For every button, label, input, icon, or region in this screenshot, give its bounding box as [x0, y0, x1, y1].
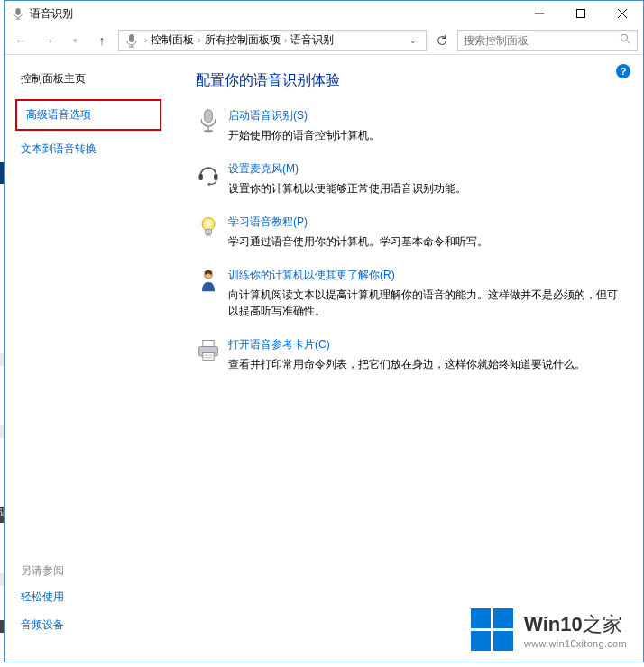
audio-devices-link[interactable]: 音频设备 — [21, 617, 64, 633]
sidebar: 控制面板主页 高级语音选项 文本到语音转换 另请参阅 轻松使用 音频设备 — [5, 55, 176, 662]
microphone-icon — [196, 108, 228, 143]
speech-tutorial-link[interactable]: 学习语音教程(P) — [228, 215, 308, 230]
highlighted-box: 高级语音选项 — [15, 99, 161, 131]
maximize-button[interactable] — [560, 1, 602, 26]
item-description: 学习通过语音使用你的计算机。学习基本命令和听写。 — [228, 233, 623, 250]
ease-of-access-link[interactable]: 轻松使用 — [21, 589, 64, 605]
svg-point-17 — [208, 183, 211, 186]
titlebar: 语音识别 — [5, 1, 643, 26]
chevron-right-icon: › — [144, 35, 147, 45]
svg-line-11 — [627, 41, 630, 43]
chevron-right-icon: › — [198, 35, 200, 45]
svg-rect-20 — [206, 233, 210, 236]
svg-point-21 — [206, 221, 212, 227]
item-description: 向计算机阅读文本以提高计算机理解你的语音的能力。这样做并不是必须的，但可以提高听… — [228, 287, 623, 319]
svg-rect-25 — [203, 353, 214, 361]
watermark-brand-suffix: 之家 — [583, 613, 622, 635]
mic-icon — [124, 33, 139, 48]
address-dropdown[interactable]: ⌄ — [404, 36, 422, 45]
train-computer-link[interactable]: 训练你的计算机以使其更了解你(R) — [228, 268, 395, 283]
svg-point-14 — [204, 130, 214, 133]
item-description: 设置你的计算机以便能够正常使用语音识别功能。 — [228, 180, 623, 196]
svg-rect-0 — [15, 8, 20, 15]
item-description: 开始使用你的语音控制计算机。 — [228, 127, 623, 143]
breadcrumb-item[interactable]: 所有控制面板项 — [205, 32, 281, 48]
window-controls — [519, 1, 643, 26]
start-speech-recognition-link[interactable]: 启动语音识别(S) — [228, 108, 308, 123]
svg-rect-19 — [206, 230, 212, 233]
person-icon — [196, 268, 228, 319]
mic-icon — [12, 7, 24, 20]
search-input[interactable] — [464, 34, 620, 47]
text-to-speech-link[interactable]: 文本到语音转换 — [21, 142, 176, 157]
svg-rect-12 — [205, 110, 213, 123]
lightbulb-icon — [196, 215, 228, 250]
advanced-speech-options-link[interactable]: 高级语音选项 — [26, 107, 151, 123]
option-item: 设置麦克风(M) 设置你的计算机以便能够正常使用语音识别功能。 — [196, 161, 623, 196]
watermark-text: Win10之家 www.win10xitong.com — [524, 611, 627, 649]
svg-rect-16 — [214, 174, 217, 180]
sidebar-bottom: 另请参阅 轻松使用 音频设备 — [21, 563, 64, 645]
see-also-heading: 另请参阅 — [21, 563, 64, 579]
item-description: 查看并打印常用命令列表，把它们放在身边，这样你就始终知道要说什么。 — [228, 356, 623, 372]
setup-microphone-link[interactable]: 设置麦克风(M) — [228, 161, 299, 177]
printer-icon — [196, 337, 228, 372]
close-button[interactable] — [602, 1, 643, 26]
page-heading: 配置你的语音识别体验 — [196, 71, 623, 90]
svg-rect-7 — [129, 34, 134, 42]
body: ? 控制面板主页 高级语音选项 文本到语音转换 另请参阅 轻松使用 音频设备 配… — [5, 55, 643, 662]
svg-rect-4 — [577, 10, 585, 18]
reference-card-link[interactable]: 打开语音参考卡片(C) — [228, 337, 330, 352]
up-button[interactable]: ↑ — [91, 30, 113, 51]
watermark: Win10之家 www.win10xitong.com — [471, 608, 627, 651]
window-title: 语音识别 — [30, 6, 519, 22]
recent-dropdown[interactable]: ▾ — [64, 30, 86, 51]
search-box[interactable] — [457, 30, 638, 51]
watermark-url: www.win10xitong.com — [524, 638, 627, 649]
watermark-brand: Win10 — [524, 613, 583, 635]
breadcrumb-item[interactable]: 语音识别 — [290, 32, 334, 48]
window: 语音识别 ← → ▾ ↑ › 控制面板 › 所有控制面板项 › 语音识别 ⌄ — [4, 0, 644, 662]
control-panel-home-link[interactable]: 控制面板主页 — [21, 71, 176, 87]
svg-rect-15 — [199, 174, 203, 180]
breadcrumb-item[interactable]: 控制面板 — [151, 32, 194, 48]
minimize-button[interactable] — [519, 1, 560, 26]
option-item: 学习语音教程(P) 学习通过语音使用你的计算机。学习基本命令和听写。 — [196, 215, 623, 250]
chevron-right-icon: › — [284, 35, 287, 45]
forward-button[interactable]: → — [37, 30, 59, 51]
svg-rect-24 — [203, 341, 214, 347]
option-item: 启动语音识别(S) 开始使用你的语音控制计算机。 — [196, 108, 623, 143]
svg-point-10 — [621, 34, 627, 41]
windows-logo-icon — [471, 608, 513, 651]
option-item: 训练你的计算机以使其更了解你(R) 向计算机阅读文本以提高计算机理解你的语音的能… — [196, 268, 623, 319]
headset-icon — [196, 161, 228, 196]
option-item: 打开语音参考卡片(C) 查看并打印常用命令列表，把它们放在身边，这样你就始终知道… — [196, 337, 623, 372]
main-content: 配置你的语音识别体验 启动语音识别(S) 开始使用你的语音控制计算机。 设置麦克… — [176, 55, 643, 662]
refresh-button[interactable] — [432, 31, 452, 50]
back-button[interactable]: ← — [10, 30, 32, 51]
address-bar[interactable]: › 控制面板 › 所有控制面板项 › 语音识别 ⌄ — [118, 30, 427, 51]
navbar: ← → ▾ ↑ › 控制面板 › 所有控制面板项 › 语音识别 ⌄ — [5, 26, 643, 55]
search-icon[interactable] — [620, 33, 631, 48]
